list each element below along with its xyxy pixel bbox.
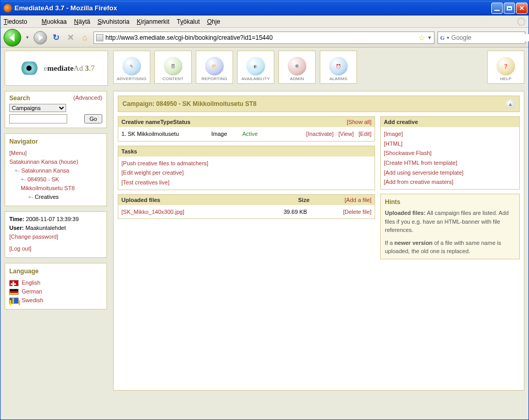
window-minimize-button[interactable] [491, 3, 503, 14]
creatives-box: Creative name Type Status [Show all] 1. … [118, 116, 375, 142]
eye-icon [18, 61, 41, 75]
navigator-title: Navigator [9, 137, 102, 147]
url-input[interactable] [105, 34, 416, 41]
firefox-icon [4, 4, 12, 12]
add-html-link[interactable]: HTML [385, 141, 401, 147]
window-maximize-button[interactable] [504, 3, 515, 14]
page-icon [96, 34, 103, 41]
app-logo: emediateAd 3.7 [5, 51, 108, 86]
tasks-box: Tasks [Push creative files to admatchers… [118, 146, 375, 190]
flag-se-icon [9, 298, 19, 304]
nav-l2-link[interactable]: 084950 - SK Mikkoilmoitusetu ST8 [21, 176, 75, 191]
nav-content[interactable]: 🗄CONTENT [154, 51, 192, 84]
nav-admin[interactable]: 🛠ADMIN [278, 51, 316, 84]
creative-row: 1. SK Mikkoilmoitusetu Image Active [Ina… [121, 129, 371, 139]
window-titlebar: EmediateAd 3.7 - Mozilla Firefox ✕ [1, 1, 528, 15]
view-link[interactable]: View [340, 131, 352, 137]
menu-file[interactable]: Tiedosto [4, 18, 35, 25]
menu-bookmarks[interactable]: Kirjanmerkit [137, 18, 169, 25]
menu-view[interactable]: Näytä [74, 18, 90, 25]
add-file-link[interactable]: Add a file [346, 197, 370, 203]
add-image-link[interactable]: Image [385, 131, 401, 137]
menu-history[interactable]: Sivuhistoria [98, 18, 130, 25]
search-input[interactable] [452, 34, 529, 41]
stop-button[interactable]: ✕ [65, 32, 76, 43]
language-panel: Language English German Swedish [5, 263, 107, 309]
campaign-title: Campaign: 084950 - SK Mikkoilmoitusetu S… [122, 100, 506, 107]
search-category-select[interactable]: Campaigns [9, 104, 66, 112]
col-status: Status [173, 119, 191, 125]
nav-reporting[interactable]: 📁REPORTING [196, 51, 233, 84]
google-icon[interactable]: G [440, 35, 445, 41]
col-size: Size [298, 197, 345, 203]
menu-tools[interactable]: Työkalut [177, 18, 200, 25]
throbber-icon [517, 18, 525, 26]
navigator-panel: Navigator [Menu] Satakunnan Kansa (house… [5, 133, 107, 206]
content-icon: 🗄 [164, 57, 182, 75]
url-dropdown-icon[interactable]: ▼ [427, 35, 432, 40]
alarms-icon: ⏰ [329, 57, 348, 75]
campaign-titlebar: Campaign: 084950 - SK Mikkoilmoitusetu S… [118, 96, 520, 112]
lang-english-link[interactable]: English [22, 279, 40, 286]
hints-box: Hints Uploaded files: All campaign files… [380, 194, 520, 259]
file-size: 39.69 KB [284, 207, 330, 217]
window-close-button[interactable]: ✕ [516, 3, 527, 14]
language-title: Language [9, 267, 102, 276]
menu-help[interactable]: Ohje [207, 18, 220, 25]
nav-help[interactable]: ❓HELP [487, 51, 524, 84]
home-button[interactable]: ⌂ [79, 32, 90, 43]
uploaded-title: Uploaded files [121, 197, 298, 203]
search-go-button[interactable]: Go [84, 114, 102, 123]
search-text-input[interactable] [9, 114, 67, 123]
scroll-up-icon[interactable]: ▲ [506, 99, 515, 108]
window-title: EmediateAd 3.7 - Mozilla Firefox [14, 4, 491, 12]
search-bar[interactable]: G▾ 🔍 [438, 32, 525, 44]
browser-nav-toolbar: ▼ ↻ ✕ ⌂ ☆ ▼ G▾ 🔍 [1, 28, 528, 48]
advertising-icon: ✎ [122, 57, 141, 75]
admin-icon: 🛠 [288, 57, 306, 75]
menu-edit[interactable]: Muokkaa [42, 18, 67, 25]
add-swf-link[interactable]: Shockwave Flash [385, 150, 430, 156]
nav-alarms[interactable]: ⏰ALARMS [320, 51, 357, 84]
task-weight-link[interactable]: Edit weight per creative [123, 169, 182, 176]
nav-availability[interactable]: ◐AVAILABILITY [237, 51, 274, 84]
logout-link[interactable]: Log out [11, 245, 30, 252]
search-engine-dropdown[interactable]: ▾ [447, 35, 449, 40]
advanced-link[interactable]: Advanced [75, 95, 100, 101]
url-bar[interactable]: ☆ ▼ [94, 32, 434, 44]
browser-menubar: Tiedosto Muokkaa Näytä Sivuhistoria Kirj… [1, 15, 528, 28]
lang-german-link[interactable]: German [22, 288, 42, 294]
nav-advertising[interactable]: ✎ADVERTISING [113, 51, 150, 84]
back-button[interactable] [4, 29, 21, 46]
lang-swedish-link[interactable]: Swedish [22, 297, 43, 303]
add-template-link[interactable]: Create HTML from template [385, 160, 456, 166]
edit-link[interactable]: Edit [360, 131, 370, 137]
file-row: [SK_Mikko_140x300.jpg] 39.69 KB [Delete … [121, 207, 371, 217]
add-creative-box: Add creative [Image] [HTML] [Shockwave F… [380, 116, 520, 190]
creative-status: Active [242, 129, 273, 139]
search-panel: (Advanced) Search Campaigns Go [5, 91, 107, 128]
delete-file-link[interactable]: Delete file [345, 209, 370, 215]
col-type: Type [160, 119, 173, 125]
file-name-link[interactable]: SK_Mikko_140x300.jpg [123, 209, 183, 215]
nav-menu-link[interactable]: Menu [11, 150, 25, 156]
forward-button[interactable] [34, 31, 47, 44]
nav-root-link[interactable]: Satakunnan Kansa (house) [9, 159, 78, 165]
nav-l1-link[interactable]: Satakunnan Kansa [21, 167, 69, 174]
hints-title: Hints [385, 197, 515, 207]
show-all-link[interactable]: Show all [348, 119, 370, 125]
inactivate-link[interactable]: Inactivate [308, 131, 332, 137]
add-creative-title: Add creative [384, 119, 418, 125]
add-masters-link[interactable]: Add from creative masters [385, 179, 452, 185]
nav-l3-current: Creatives [35, 194, 58, 200]
back-dropdown[interactable]: ▼ [24, 30, 30, 45]
session-panel: Time: 2008-11-07 13:39:39 User: Maakunta… [5, 211, 107, 258]
add-serverside-link[interactable]: Add using serverside template [385, 169, 462, 176]
availability-icon: ◐ [246, 57, 265, 75]
reload-button[interactable]: ↻ [50, 32, 61, 43]
change-password-link[interactable]: Change password [11, 234, 57, 240]
task-test-link[interactable]: Test creatives live [123, 179, 168, 185]
task-push-link[interactable]: Push creative files to admatchers [123, 160, 207, 166]
bookmark-star-icon[interactable]: ☆ [418, 34, 425, 42]
reporting-icon: 📁 [205, 57, 224, 75]
